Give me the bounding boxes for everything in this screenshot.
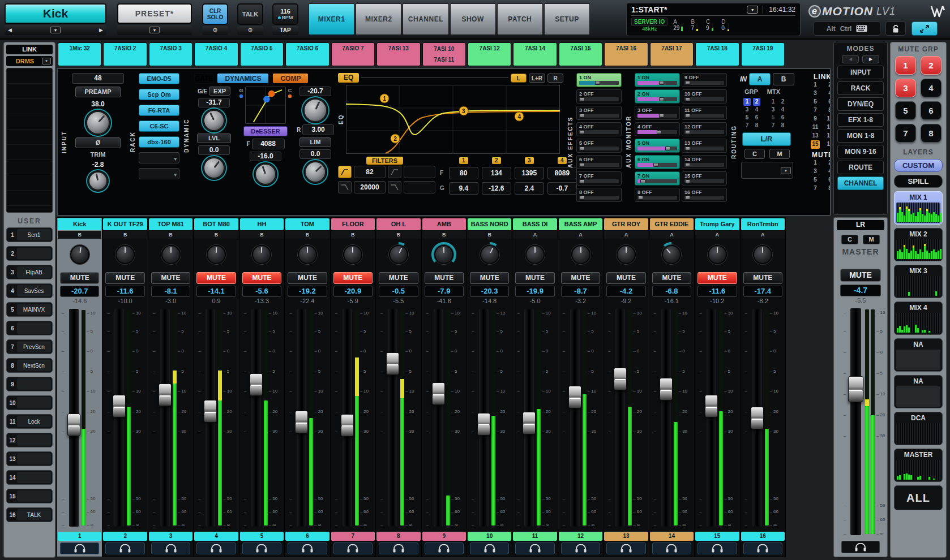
layer-all-8[interactable]: ALL	[894, 485, 943, 510]
fader-cap[interactable]	[477, 413, 490, 436]
aux-slider-handle[interactable]	[580, 97, 585, 101]
fader-track[interactable]	[661, 309, 671, 527]
modes-next-icon[interactable]: ▶	[862, 55, 879, 63]
fader-cap[interactable]	[705, 395, 718, 417]
mute-button[interactable]: MUTE	[425, 272, 464, 284]
mute-button[interactable]: MUTE	[743, 272, 782, 284]
routing-mono-button[interactable]: M	[769, 149, 790, 159]
ratio-display[interactable]: 3.00	[302, 124, 334, 135]
layer-na-4[interactable]: NA	[894, 338, 943, 372]
rack-slot-dropdown-icon[interactable]: ▾	[174, 170, 177, 180]
aux-slider-handle[interactable]	[665, 147, 670, 150]
link-group-dropdown-icon[interactable]: ▼	[42, 58, 51, 64]
user-key-13[interactable]: 13	[6, 451, 53, 466]
aux-slider-handle[interactable]	[580, 114, 585, 118]
grp-4[interactable]: 4	[753, 106, 760, 114]
keyboard-modifiers[interactable]: Alt Ctrl	[814, 21, 880, 36]
aux-send-fx-4[interactable]: 4 OFF	[576, 122, 622, 136]
mute-button[interactable]: MUTE	[333, 272, 373, 284]
session-dropdown-icon[interactable]: ▼	[747, 6, 758, 14]
aux-send-mon-13[interactable]: 13 OFF	[682, 139, 727, 153]
preamp-gain-knob[interactable]	[86, 111, 110, 135]
fader-cap[interactable]	[250, 373, 263, 396]
mtx-6[interactable]: 6	[779, 114, 786, 122]
pan-knob[interactable]	[751, 243, 774, 266]
aux-send-mon-11[interactable]: 11 OFF	[682, 106, 727, 120]
eq-point-1[interactable]: 1	[380, 94, 390, 104]
pan-knob[interactable]	[614, 243, 638, 266]
selected-channel-title[interactable]: Kick	[5, 3, 106, 24]
mute-button[interactable]: MUTE	[151, 272, 190, 284]
aux-slider-handle[interactable]	[685, 114, 690, 118]
aux-slider-handle[interactable]	[580, 179, 585, 183]
fader-track[interactable]	[752, 309, 762, 527]
link-1[interactable]: 1	[811, 81, 820, 89]
fader-cap[interactable]	[568, 386, 581, 408]
mute-link-1[interactable]: 1	[811, 159, 820, 167]
aux-send-slider[interactable]	[684, 179, 724, 183]
layer-dca-6[interactable]: DCA	[894, 412, 943, 445]
phantom-power-display[interactable]: 48	[72, 73, 124, 84]
patch-cell[interactable]: 7ASI 15	[559, 42, 602, 66]
aux-slider-handle[interactable]	[595, 81, 600, 85]
mute-group-3[interactable]: 3	[895, 79, 916, 97]
link-group-selector[interactable]: DRMS ▼	[6, 56, 53, 66]
mute-group-7[interactable]: 7	[895, 124, 916, 143]
aux-send-slider[interactable]	[637, 147, 677, 150]
headphone-button[interactable]	[652, 542, 691, 554]
layer-mix-1-0[interactable]: MIX 1	[894, 191, 943, 225]
channel-name[interactable]: BASS NORD	[468, 218, 511, 230]
pan-knob[interactable]	[387, 243, 410, 266]
link-14[interactable]: 14	[825, 132, 831, 140]
solo-settings-gear-icon[interactable]: ⚙	[202, 26, 228, 35]
master-center-button[interactable]: C	[841, 235, 858, 244]
link-13[interactable]: 13	[811, 132, 820, 140]
mute-link-4[interactable]: 4	[825, 167, 831, 176]
fader-track[interactable]	[114, 309, 124, 527]
pan-knob[interactable]	[296, 243, 319, 266]
patch-cell[interactable]: 7ASI 12	[468, 42, 511, 66]
aux-send-mon-5[interactable]: 5 ON	[635, 139, 680, 153]
aux-send-fx-6[interactable]: 6 OFF	[576, 155, 622, 169]
eq-point-2[interactable]: 2	[390, 134, 400, 144]
tap-tempo-button[interactable]: TAP	[272, 26, 298, 35]
channel-name[interactable]: Kick	[58, 218, 101, 230]
aux-slider-handle[interactable]	[685, 97, 690, 101]
tab-mixer1[interactable]: MIXER1	[309, 3, 354, 35]
channel-name[interactable]: HH	[240, 218, 284, 230]
patch-cell[interactable]: 7ASI 107ASI 11	[422, 42, 466, 66]
mode-rack[interactable]: RACK	[837, 81, 884, 95]
aux-slider-handle[interactable]	[640, 179, 645, 183]
aux-slider-handle[interactable]	[685, 81, 690, 85]
link-16[interactable]: 16	[825, 140, 831, 149]
lpf2-freq-display[interactable]	[404, 181, 435, 193]
aux-slider-handle[interactable]	[580, 147, 585, 150]
mute-group-5[interactable]: 5	[895, 101, 916, 120]
aux-send-slider[interactable]	[579, 196, 619, 200]
headphone-button[interactable]	[561, 542, 600, 554]
mode-channel[interactable]: CHANNEL	[837, 176, 884, 190]
mode-mon-9-16[interactable]: MON 9-16	[837, 145, 884, 158]
headphone-button[interactable]	[333, 542, 373, 554]
headphone-button[interactable]	[379, 542, 418, 554]
deesser-freq-display[interactable]: 4088	[252, 139, 285, 149]
mute-group-6[interactable]: 6	[921, 101, 942, 120]
fader-track[interactable]	[570, 309, 580, 527]
mode-input[interactable]: INPUT	[837, 66, 884, 79]
channel-name[interactable]: Trump Gary	[695, 218, 739, 230]
channel-name[interactable]: TOM	[285, 218, 329, 230]
eq-band-gain[interactable]: -12.6	[482, 182, 511, 195]
headphone-button[interactable]	[425, 542, 464, 554]
expander-button[interactable]: EXP	[209, 87, 230, 96]
grp-3[interactable]: 3	[743, 106, 751, 114]
window-resize-button[interactable]	[912, 21, 938, 36]
pan-knob[interactable]	[113, 243, 137, 266]
mtx-2[interactable]: 2	[779, 98, 786, 106]
fader-cap[interactable]	[523, 412, 536, 434]
aux-send-slider[interactable]	[637, 97, 677, 101]
clear-solo-button[interactable]: CLR SOLO	[202, 3, 228, 25]
link-10[interactable]: 10	[825, 115, 831, 123]
tab-mixer2[interactable]: MIXER2	[356, 3, 401, 35]
channel-name[interactable]: K OUT TF29	[103, 218, 147, 230]
layer-master-7[interactable]: MASTER	[894, 449, 943, 482]
